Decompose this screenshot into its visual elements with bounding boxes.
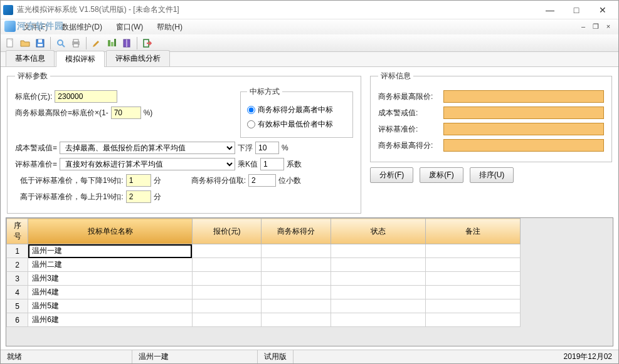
row-note[interactable]: [426, 299, 521, 313]
row-price[interactable]: [192, 258, 262, 272]
above-input[interactable]: [126, 190, 151, 203]
row-name[interactable]: 温州二建: [28, 258, 193, 272]
close-button[interactable]: ✕: [590, 1, 616, 19]
row-state[interactable]: [331, 258, 426, 272]
method-option-highest[interactable]: 商务标得分最高者中标: [247, 105, 333, 115]
info-label-1: 成本警戒值:: [378, 108, 441, 118]
svg-line-5: [62, 44, 65, 47]
max-limit-label: 商务标最高限价=标底价×(1-: [15, 108, 108, 118]
bench-select[interactable]: 直接对有效标进行算术平均值: [60, 158, 235, 170]
row-score[interactable]: [262, 299, 331, 313]
new-file-icon[interactable]: [3, 36, 17, 50]
bidders-grid-container: 序号 投标单位名称 报价(元) 商务标得分 状态 备注 1 温州一建 2 温州二…: [6, 217, 613, 346]
svg-rect-10: [111, 42, 114, 46]
mdi-close-button[interactable]: ×: [603, 23, 613, 31]
decimal-suffix: 位小数: [278, 175, 301, 186]
evaluation-params-group: 评标参数 标底价(元): 商务标最高限价=标底价×(1- %) 中标方式 商务标…: [7, 71, 361, 214]
menu-help[interactable]: 帮助(H): [151, 20, 189, 34]
window-title: 蓝光模拟评标系统 V1.58(试用版) - [未命名文件1]: [17, 4, 537, 15]
float-down-input[interactable]: [255, 142, 279, 154]
row-note[interactable]: [426, 244, 521, 258]
decimal-label: 商务标得分值取:: [191, 175, 246, 186]
row-name[interactable]: 温州6建: [28, 313, 193, 327]
row-price[interactable]: [192, 244, 262, 258]
analyze-button[interactable]: 分析(F): [370, 167, 413, 183]
status-edition: 试用版: [258, 350, 294, 363]
grid-header-state[interactable]: 状态: [331, 219, 426, 244]
mult-input[interactable]: [260, 158, 284, 170]
row-score[interactable]: [262, 258, 331, 272]
sort-button[interactable]: 排序(U): [470, 167, 514, 183]
svg-rect-8: [73, 44, 78, 47]
tool-data-icon[interactable]: [105, 36, 119, 50]
evaluation-info-group: 评标信息 商务标最高限价: 成本警戒值: 评标基准价: 商务标最高得分:: [370, 71, 612, 162]
row-state[interactable]: [331, 286, 426, 299]
decimal-input[interactable]: [248, 174, 276, 187]
menu-window[interactable]: 窗口(W): [110, 20, 149, 34]
row-name[interactable]: 温州一建: [28, 244, 193, 258]
table-row[interactable]: 2 温州二建: [7, 258, 521, 272]
row-state[interactable]: [331, 244, 426, 258]
grid-header-name[interactable]: 投标单位名称: [28, 219, 193, 244]
row-price[interactable]: [192, 313, 262, 327]
row-state[interactable]: [331, 272, 426, 286]
row-score[interactable]: [262, 272, 331, 286]
status-selected: 温州一建: [132, 350, 258, 363]
row-num: 2: [7, 258, 28, 272]
grid-header-price[interactable]: 报价(元): [192, 219, 262, 244]
row-price[interactable]: [192, 299, 262, 313]
tool-settings-icon[interactable]: [90, 36, 103, 50]
print-icon[interactable]: [69, 36, 83, 50]
info-label-0: 商务标最高限价:: [378, 91, 441, 102]
menu-file[interactable]: 文件(F): [17, 20, 54, 34]
grid-header-score[interactable]: 商务标得分: [262, 219, 331, 244]
table-row[interactable]: 1 温州一建: [7, 244, 521, 258]
max-limit-input[interactable]: [111, 107, 141, 119]
mult-suffix: 系数: [287, 159, 302, 170]
method-option-lowest[interactable]: 有效标中最低价者中标: [247, 119, 333, 130]
mdi-restore-button[interactable]: ❐: [591, 23, 601, 31]
row-price[interactable]: [192, 286, 262, 299]
grid-header-note[interactable]: 备注: [426, 219, 521, 244]
save-icon[interactable]: [33, 36, 47, 50]
row-score[interactable]: [262, 286, 331, 299]
row-score[interactable]: [262, 313, 331, 327]
row-name[interactable]: 温州4建: [28, 286, 193, 299]
maximize-button[interactable]: □: [563, 1, 590, 19]
exit-icon[interactable]: [140, 36, 154, 50]
info-value-max-score: [443, 139, 604, 152]
mdi-minimize-button[interactable]: –: [578, 23, 588, 31]
preview-icon[interactable]: [54, 36, 68, 50]
radio-lowest[interactable]: [247, 120, 255, 128]
table-row[interactable]: 4 温州4建: [7, 286, 521, 299]
row-score[interactable]: [262, 244, 331, 258]
base-price-input[interactable]: [55, 90, 117, 103]
tab-curve-analysis[interactable]: 评标曲线分析: [106, 50, 170, 66]
tab-basic-info[interactable]: 基本信息: [6, 50, 55, 66]
open-file-icon[interactable]: [18, 36, 32, 50]
row-num: 4: [7, 286, 28, 299]
tool-book-icon[interactable]: [120, 36, 134, 50]
row-name[interactable]: 温州5建: [28, 299, 193, 313]
row-price[interactable]: [192, 272, 262, 286]
menu-data[interactable]: 数据维护(D): [55, 20, 108, 34]
radio-highest[interactable]: [247, 106, 255, 114]
row-state[interactable]: [331, 313, 426, 327]
table-row[interactable]: 6 温州6建: [7, 313, 521, 327]
bidders-grid[interactable]: 序号 投标单位名称 报价(元) 商务标得分 状态 备注 1 温州一建 2 温州二…: [6, 218, 521, 327]
row-note[interactable]: [426, 286, 521, 299]
row-note[interactable]: [426, 272, 521, 286]
discard-button[interactable]: 废标(F): [420, 167, 463, 183]
minimize-button[interactable]: —: [537, 1, 563, 19]
row-name[interactable]: 温州3建: [28, 272, 193, 286]
mult-label: 乘K值: [238, 159, 258, 170]
table-row[interactable]: 3 温州3建: [7, 272, 521, 286]
cost-warn-select[interactable]: 去掉最高、最低报价后的算术平均值: [60, 142, 235, 154]
row-note[interactable]: [426, 313, 521, 327]
table-row[interactable]: 5 温州5建: [7, 299, 521, 313]
below-input[interactable]: [126, 174, 151, 187]
row-state[interactable]: [331, 299, 426, 313]
tab-evaluation[interactable]: 模拟评标: [56, 51, 105, 67]
grid-header-num[interactable]: 序号: [7, 219, 28, 244]
row-note[interactable]: [426, 258, 521, 272]
